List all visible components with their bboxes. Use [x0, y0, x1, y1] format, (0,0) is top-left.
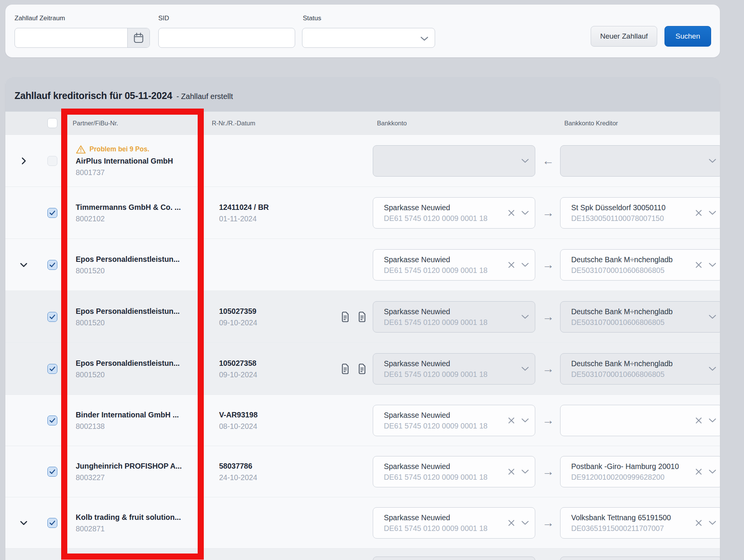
creditor-bank-account-select[interactable]: Volksbank Tettnang 65191500 DE0365191500…: [560, 507, 720, 539]
creditor-bank-account-select[interactable]: [560, 405, 720, 436]
bank-account-select[interactable]: Sparkasse Neuwied DE61 5745 0120 0009 00…: [373, 301, 535, 333]
invoice-date: 08-10-2024: [219, 422, 258, 430]
transfer-arrow: →: [541, 516, 556, 530]
creditor-bank-account-select[interactable]: St Spk Düsseldorf 30050110 DE15300501100…: [560, 197, 720, 229]
select-all-checkbox[interactable]: [47, 118, 57, 128]
row-checkbox[interactable]: [47, 260, 57, 270]
bank-name: Sparkasse Neuwied: [384, 513, 499, 522]
expand-toggle[interactable]: [18, 518, 29, 528]
row-checkbox[interactable]: [47, 518, 57, 528]
column-header-bankkonto-kreditor: Bankkonto Kreditor: [564, 112, 618, 135]
creditor-account-value: Postbank -Giro- Hamburg 20010 DE91200100…: [571, 462, 687, 481]
creditor-bank-name: Postbank -Giro- Hamburg 20010: [571, 462, 687, 471]
document-icon[interactable]: [341, 312, 350, 322]
bank-account-value: Sparkasse Neuwied DE61 5745 0120 0009 00…: [384, 203, 499, 222]
clear-icon[interactable]: [695, 261, 702, 268]
invoice-date: 01-11-2024: [219, 214, 269, 223]
neuer-zahllauf-button[interactable]: Neuer Zahllauf: [591, 26, 657, 47]
document-icon[interactable]: [341, 364, 350, 374]
table-row: Problem bei 9 Pos. AirPlus International…: [5, 135, 720, 187]
table-row: Epos Personaldienstleistun... 8001520 Sp…: [5, 239, 720, 291]
partner-cell: Problem bei 9 Pos. AirPlus International…: [76, 145, 173, 177]
bank-iban: DE61 5745 0120 0009 0001 18: [384, 421, 499, 430]
clear-icon[interactable]: [508, 519, 515, 526]
bank-account-select[interactable]: Sparkasse Neuwied DE61 5745 0120 0009 00…: [373, 197, 535, 229]
payment-run-panel: Zahllauf kreditorisch für 05-11-2024 - Z…: [5, 77, 720, 560]
bank-name: Sparkasse Neuwied: [384, 203, 499, 212]
clear-icon[interactable]: [508, 417, 515, 424]
panel-title: Zahllauf kreditorisch für 05-11-2024: [15, 90, 172, 101]
expand-toggle[interactable]: [18, 156, 29, 166]
creditor-bank-account-select[interactable]: [560, 145, 720, 177]
invoice-cell: 105027359 09-10-2024: [219, 307, 257, 327]
clear-icon[interactable]: [508, 261, 515, 268]
row-checkbox[interactable]: [47, 416, 57, 425]
status-label: Status: [303, 15, 321, 22]
creditor-account-value: St Spk Düsseldorf 30050110 DE15300501100…: [571, 203, 687, 222]
bank-account-select[interactable]: Sparkasse Neuwied DE61 5745 0120 0009 00…: [373, 507, 535, 539]
partner-name: AirPlus International GmbH: [76, 157, 173, 166]
creditor-bank-account-select[interactable]: Deutsche Bank M÷nchengladb DE50310700010…: [560, 249, 720, 281]
creditor-bank-iban: DE50310700010606806805: [571, 318, 687, 326]
row-checkbox[interactable]: [47, 467, 57, 477]
status-select[interactable]: [302, 28, 435, 48]
bank-account-select[interactable]: Sparkasse Neuwied DE61 5745 0120 0009 00…: [373, 456, 535, 487]
creditor-bank-account-select[interactable]: Postbank -Giro- Hamburg 20010 DE91200100…: [560, 456, 720, 487]
bank-account-select[interactable]: [373, 145, 535, 177]
creditor-bank-account-select[interactable]: Deutsche Bank M÷nchengladb DE50310700010…: [560, 353, 720, 385]
row-checkbox[interactable]: [47, 364, 57, 374]
transfer-arrow: →: [541, 258, 556, 272]
row-checkbox[interactable]: [47, 312, 57, 322]
document-icon[interactable]: [357, 312, 367, 322]
check-icon: [49, 261, 56, 269]
zeitraum-input[interactable]: [15, 28, 128, 47]
partner-name: Binder International GmbH ...: [76, 410, 179, 419]
bank-iban: DE61 5745 0120 0009 0001 18: [384, 524, 499, 532]
creditor-bank-name: Deutsche Bank M÷nchengladb: [571, 255, 687, 264]
partner-name: Epos Personaldienstleistun...: [76, 307, 180, 315]
warning-badge: Problem bei 9 Pos.: [76, 145, 173, 154]
clear-icon[interactable]: [695, 209, 702, 216]
creditor-bank-account-select[interactable]: [560, 557, 720, 560]
fibu-number: 8002871: [76, 524, 181, 533]
chevron-down-icon: [708, 469, 716, 474]
chevron-down-icon: [708, 367, 716, 371]
partner-cell: Epos Personaldienstleistun... 8001520: [76, 255, 180, 275]
sid-input[interactable]: [159, 28, 295, 47]
panel-status-text: - Zahllauf erstellt: [176, 92, 233, 101]
creditor-bank-name: Deutsche Bank M÷nchengladb: [571, 307, 687, 316]
bank-account-select[interactable]: Sparkasse Neuwied DE61 5745 0120 0009 00…: [373, 353, 535, 385]
invoice-date: 24-10-2024: [219, 473, 257, 482]
chevron-down-icon: [708, 263, 716, 267]
invoice-number: 58037786: [219, 461, 257, 470]
clear-icon[interactable]: [508, 468, 515, 475]
suchen-button[interactable]: Suchen: [664, 26, 711, 47]
bank-account-select[interactable]: Sparkasse Neuwied DE61 5745 0120 0009 00…: [373, 405, 535, 436]
fibu-number: 8002102: [76, 214, 181, 223]
clear-icon[interactable]: [695, 519, 702, 526]
row-checkbox[interactable]: [47, 156, 57, 166]
calendar-button[interactable]: [127, 28, 149, 47]
document-icons: [341, 364, 367, 374]
invoice-number: 105027358: [219, 359, 257, 367]
expand-toggle[interactable]: [18, 260, 29, 270]
bank-account-value: Sparkasse Neuwied DE61 5745 0120 0009 00…: [384, 513, 499, 532]
row-checkbox[interactable]: [47, 208, 57, 218]
partner-name: Jungheinrich PROFISHOP A...: [76, 461, 182, 470]
partner-name: Epos Personaldienstleistun...: [76, 359, 180, 367]
chevron-down-icon: [521, 469, 529, 474]
bank-account-select[interactable]: Sparkasse Neuwied DE61 5745 0120 0009 00…: [373, 249, 535, 281]
column-header-bankkonto: Bankkonto: [377, 112, 407, 135]
fibu-number: 8001520: [76, 370, 180, 379]
document-icon[interactable]: [357, 364, 367, 374]
chevron-down-icon: [708, 159, 716, 163]
creditor-bank-account-select[interactable]: Deutsche Bank M÷nchengladb DE50310700010…: [560, 301, 720, 333]
bank-account-select[interactable]: [373, 557, 535, 560]
creditor-bank-iban: DE03651915000211707007: [571, 524, 687, 532]
clear-icon[interactable]: [695, 417, 702, 424]
chevron-down-icon: [521, 159, 529, 163]
clear-icon[interactable]: [508, 209, 515, 216]
clear-icon[interactable]: [695, 468, 702, 475]
creditor-account-value: Deutsche Bank M÷nchengladb DE50310700010…: [571, 307, 687, 326]
chevron-down-icon: [521, 418, 529, 423]
